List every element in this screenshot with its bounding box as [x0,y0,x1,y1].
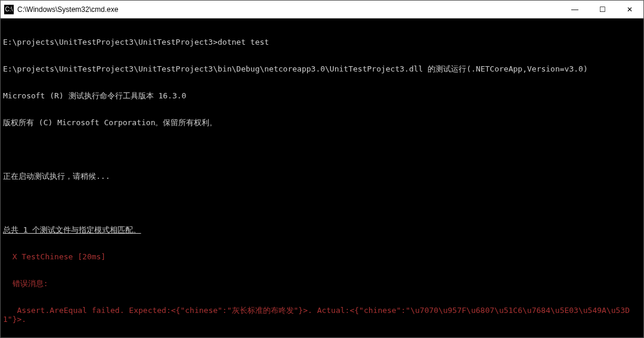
close-button[interactable]: ✕ [616,1,643,18]
titlebar: C:\ C:\Windows\System32\cmd.exe — ☐ ✕ [1,1,643,18]
cmd-icon: C:\ [4,5,14,14]
output-line: 总共 1 个测试文件与指定模式相匹配。 [3,225,641,234]
output-line [3,199,641,207]
maximize-button[interactable]: ☐ [589,1,616,18]
cmd-window: C:\ C:\Windows\System32\cmd.exe — ☐ ✕ E:… [0,0,644,338]
window-title: C:\Windows\System32\cmd.exe [17,5,561,14]
output-line: 正在启动测试执行，请稍候... [3,172,641,181]
window-controls: — ☐ ✕ [561,1,643,18]
error-label: 错误消息: [3,279,641,288]
terminal-output[interactable]: E:\projects\UnitTestProject3\UnitTestPro… [1,18,643,337]
minimize-button[interactable]: — [561,1,589,18]
prompt-line: E:\projects\UnitTestProject3\UnitTestPro… [3,38,641,46]
output-line [3,145,641,154]
output-line: 版权所有 (C) Microsoft Corporation。保留所有权利。 [3,118,641,127]
output-line: Microsoft (R) 测试执行命令行工具版本 16.3.0 [3,91,641,100]
test-fail-line: X TestChinese [20ms] [3,252,641,261]
output-line: E:\projects\UnitTestProject3\UnitTestPro… [3,64,641,73]
error-message: Assert.AreEqual failed. Expected:<{"chin… [3,306,641,324]
